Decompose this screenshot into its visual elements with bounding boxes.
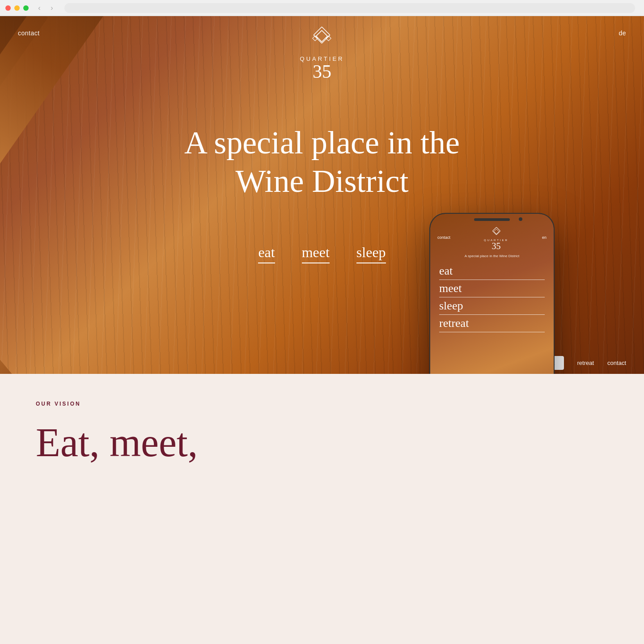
hero-heading: A special place in the Wine District — [0, 123, 644, 201]
phone-menu-sleep[interactable]: sleep — [439, 299, 545, 315]
hero-link-sleep[interactable]: sleep — [356, 244, 386, 263]
svg-rect-0 — [314, 27, 330, 43]
phone-menu-retreat[interactable]: retreat — [439, 317, 545, 332]
hero-section: contact de QUARTIER 35 A special place i… — [0, 16, 644, 374]
content-section: OUR VISION Eat, meet, — [0, 374, 644, 644]
svg-rect-4 — [492, 227, 500, 235]
phone-mockup: contact QUARTIER 35 en A special place i… — [429, 213, 555, 374]
phone-logo: QUARTIER 35 — [484, 223, 508, 252]
phone-menu: eat meet sleep retreat — [430, 260, 554, 374]
browser-dot-green[interactable] — [23, 5, 29, 11]
browser-nav: ‹ › — [34, 3, 57, 13]
phone-nav-lang: en — [542, 235, 547, 240]
logo-number-text: 35 — [313, 62, 331, 81]
hero-link-eat[interactable]: eat — [258, 244, 275, 263]
desktop-contact-link[interactable]: contact — [607, 360, 626, 366]
logo-icon — [309, 25, 335, 52]
browser-chrome: ‹ › — [0, 0, 644, 16]
phone-menu-meet[interactable]: meet — [439, 282, 545, 297]
browser-dot-yellow[interactable] — [14, 5, 20, 11]
nav-contact-link[interactable]: contact — [18, 30, 40, 37]
desktop-retreat-link[interactable]: retreat — [577, 360, 594, 366]
browser-dot-red[interactable] — [5, 5, 11, 11]
phone-logo-35: 35 — [492, 242, 501, 250]
phone-screen: contact QUARTIER 35 en A special place i… — [430, 214, 554, 374]
browser-forward-button[interactable]: › — [47, 3, 57, 13]
browser-address-bar[interactable] — [64, 3, 635, 13]
browser-back-button[interactable]: ‹ — [34, 3, 45, 13]
logo-container: QUARTIER 35 — [300, 25, 344, 81]
hero-link-meet[interactable]: meet — [302, 244, 330, 263]
phone-camera — [519, 217, 522, 221]
phone-nav-contact: contact — [437, 235, 450, 240]
svg-rect-1 — [316, 30, 327, 42]
phone-notch — [474, 218, 510, 221]
nav-language[interactable]: de — [619, 30, 626, 37]
content-heading: Eat, meet, — [36, 420, 608, 465]
phone-logo-icon — [490, 226, 503, 239]
our-vision-label: OUR VISION — [36, 401, 608, 407]
phone-subtitle: A special place in the Wine District — [430, 252, 554, 260]
phone-menu-eat[interactable]: eat — [439, 264, 545, 280]
